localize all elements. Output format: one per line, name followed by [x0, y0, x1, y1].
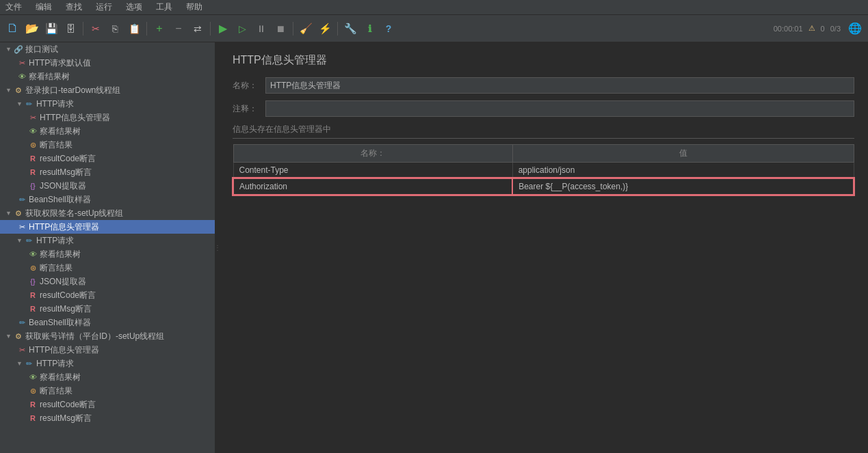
- assert-icon-1: ⊛: [27, 139, 38, 150]
- comment-row: 注释：: [233, 100, 854, 117]
- new-template-btn[interactable]: 🗋: [4, 20, 22, 38]
- result-code-icon-3: R: [27, 399, 38, 410]
- sep3: [210, 22, 211, 36]
- tree-label-result-tree-4: 察看结果树: [40, 372, 81, 383]
- section-title: 信息头存在信息头管理器中: [233, 124, 854, 139]
- menu-tools[interactable]: 工具: [153, 0, 175, 14]
- tree-label-teardown: 登录接口-tearDown线程组: [25, 85, 120, 96]
- comment-input[interactable]: [265, 100, 854, 117]
- chevron-teardown: ▼: [5, 87, 12, 94]
- eye-icon-4: 👁: [27, 372, 38, 383]
- table-header-row: 名称： 值: [233, 145, 854, 163]
- tree-label-http-default: HTTP请求默认值: [29, 57, 91, 69]
- tree-item-result-code-3[interactable]: R resultCode断言: [0, 398, 215, 411]
- save-all-btn[interactable]: 🗄: [62, 20, 79, 38]
- tree-label-setup: 获取权限签名-setUp线程组: [25, 208, 123, 219]
- result-code-icon-2: R: [27, 290, 38, 301]
- add-btn[interactable]: +: [150, 20, 168, 38]
- tree-item-beanshell-1[interactable]: ✏ BeanShell取样器: [0, 193, 215, 206]
- chevron-http-2: ▼: [16, 237, 23, 244]
- menu-help[interactable]: 帮助: [183, 0, 205, 14]
- tree-label-platform: 获取账号详情（平台ID）-setUp线程组: [25, 331, 164, 342]
- tree-item-assert-3[interactable]: ⊛ 断言结果: [0, 384, 215, 398]
- tree-item-result-msg-1[interactable]: R resultMsg断言: [0, 165, 215, 179]
- extract-icon-2: {}: [27, 276, 38, 287]
- tree-item-beanshell-2[interactable]: ✏ BeanShell取样器: [0, 316, 215, 329]
- menu-edit[interactable]: 编辑: [33, 0, 55, 14]
- tree-item-result-tree-1[interactable]: 👁 察看结果树: [0, 70, 215, 83]
- content-panel: HTTP信息头管理器 名称： 注释： 信息头存在信息头管理器中 名称： 值 Co…: [219, 42, 868, 453]
- tree-label-result-code-3: resultCode断言: [40, 399, 96, 411]
- tree-item-json-extract-2[interactable]: {} JSON提取器: [0, 275, 215, 288]
- tree-item-platform[interactable]: ▼ ⚙ 获取账号详情（平台ID）-setUp线程组: [0, 329, 215, 343]
- tree-item-http-req-3[interactable]: ▼ ✏ HTTP请求: [0, 357, 215, 370]
- tree-item-result-msg-2[interactable]: R resultMsg断言: [0, 302, 215, 316]
- save-btn[interactable]: 💾: [42, 20, 60, 38]
- tree-item-assert-1[interactable]: ⊛ 断言结果: [0, 138, 215, 152]
- col-name-header: 名称：: [233, 145, 512, 163]
- menu-file[interactable]: 文件: [3, 0, 25, 14]
- assert-icon-2: ⊛: [27, 262, 38, 273]
- tree-item-json-extract-1[interactable]: {} JSON提取器: [0, 179, 215, 193]
- eye-icon-2: 👁: [27, 126, 38, 137]
- remove-btn[interactable]: −: [170, 20, 187, 38]
- tree-item-result-tree-4[interactable]: 👁 察看结果树: [0, 370, 215, 384]
- tree-item-header-mgr-3[interactable]: ✂ HTTP信息头管理器: [0, 343, 215, 357]
- tree-item-http-default[interactable]: ✂ HTTP请求默认值: [0, 56, 215, 70]
- bean-icon-2: ✏: [16, 317, 27, 328]
- copy-btn[interactable]: ⎘: [106, 20, 124, 38]
- tree-item-setup[interactable]: ▼ ⚙ 获取权限签名-setUp线程组: [0, 206, 215, 220]
- tree-item-root[interactable]: ▼ 🔗 接口测试: [0, 42, 215, 56]
- tree-label-beanshell-1: BeanShell取样器: [29, 194, 91, 206]
- toolbar: 🗋 📂 💾 🗄 ✂ ⎘ 📋 + − ⇄ ▶ ▷ ⏸ ⏹ 🧹 ⚡ 🔧 ℹ ? 00…: [0, 15, 868, 42]
- broom-btn[interactable]: 🧹: [297, 20, 315, 38]
- tree-item-result-tree-2[interactable]: 👁 察看结果树: [0, 124, 215, 138]
- bean-icon-1: ✏: [16, 194, 27, 205]
- scissors-icon-3: ✂: [16, 344, 27, 355]
- global-settings-btn[interactable]: 🌐: [846, 20, 864, 38]
- gear-icon-3: ⚙: [13, 331, 24, 342]
- tree-item-result-code-1[interactable]: R resultCode断言: [0, 152, 215, 165]
- tree-item-header-mgr-1[interactable]: ✂ HTTP信息头管理器: [0, 111, 215, 124]
- run-btn[interactable]: ▶: [214, 20, 232, 38]
- table-row[interactable]: Content-Type application/json: [233, 163, 854, 179]
- tree-label-json-extract-2: JSON提取器: [40, 276, 86, 288]
- chevron-http-1: ▼: [16, 100, 23, 107]
- sep2: [146, 22, 147, 36]
- header-name-auth: Authorization: [233, 178, 512, 195]
- tree-item-header-mgr-2[interactable]: ✂ HTTP信息头管理器: [0, 220, 215, 234]
- lightning-btn[interactable]: ⚡: [316, 20, 334, 38]
- tree-label-root: 接口测试: [25, 44, 58, 55]
- header-value-content-type: application/json: [512, 163, 854, 179]
- tree-item-result-tree-3[interactable]: 👁 察看结果树: [0, 247, 215, 261]
- name-row: 名称：: [233, 77, 854, 94]
- help-btn[interactable]: ?: [380, 20, 397, 38]
- cut-btn[interactable]: ✂: [87, 20, 105, 38]
- paste-btn[interactable]: 📋: [125, 20, 143, 38]
- info-btn[interactable]: ℹ: [360, 20, 378, 38]
- tree-label-header-mgr-2: HTTP信息头管理器: [29, 221, 99, 233]
- result-msg-icon-3: R: [27, 413, 38, 424]
- tree-label-result-msg-3: resultMsg断言: [40, 413, 92, 424]
- pause-btn[interactable]: ⏸: [252, 20, 270, 38]
- main-layout: ▼ 🔗 接口测试 ✂ HTTP请求默认值 👁 察看结果树 ▼ ⚙ 登录接口-te…: [0, 42, 868, 453]
- tree-item-http-req-2[interactable]: ▼ ✏ HTTP请求: [0, 234, 215, 247]
- stop-btn[interactable]: ⏹: [272, 20, 289, 38]
- tree-item-http-req-1[interactable]: ▼ ✏ HTTP请求: [0, 97, 215, 111]
- tree-label-result-code-2: resultCode断言: [40, 290, 96, 301]
- elapsed-time: 00:00:01: [774, 25, 803, 33]
- tree-item-assert-2[interactable]: ⊛ 断言结果: [0, 261, 215, 275]
- tree-item-result-msg-3[interactable]: R resultMsg断言: [0, 411, 215, 425]
- open-btn[interactable]: 📂: [23, 20, 41, 38]
- tree-item-result-code-2[interactable]: R resultCode断言: [0, 288, 215, 302]
- menu-run[interactable]: 运行: [93, 0, 115, 14]
- name-input[interactable]: [265, 77, 854, 94]
- move-btn[interactable]: ⇄: [189, 20, 207, 38]
- table-row-highlighted[interactable]: Authorization Bearer ${__P(access_token,…: [233, 178, 854, 195]
- tree-item-teardown[interactable]: ▼ ⚙ 登录接口-tearDown线程组: [0, 83, 215, 97]
- config-btn[interactable]: 🔧: [341, 20, 359, 38]
- run-all-btn[interactable]: ▷: [233, 20, 251, 38]
- tree-label-beanshell-2: BeanShell取样器: [29, 317, 91, 329]
- menu-find[interactable]: 查找: [63, 0, 85, 14]
- menu-options[interactable]: 选项: [123, 0, 145, 14]
